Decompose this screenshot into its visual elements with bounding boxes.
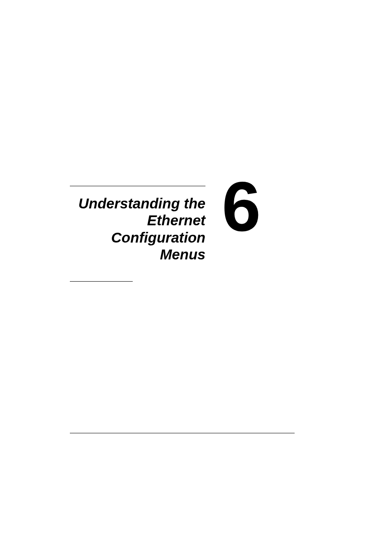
chapter-number: 6: [222, 166, 258, 247]
page-container: Understanding the Ethernet Configuration…: [0, 0, 392, 555]
title-rule-bottom: [70, 281, 133, 282]
title-rule-top: [70, 186, 205, 186]
footer-rule: [70, 433, 295, 433]
chapter-title: Understanding the Ethernet Configuration…: [70, 195, 205, 263]
